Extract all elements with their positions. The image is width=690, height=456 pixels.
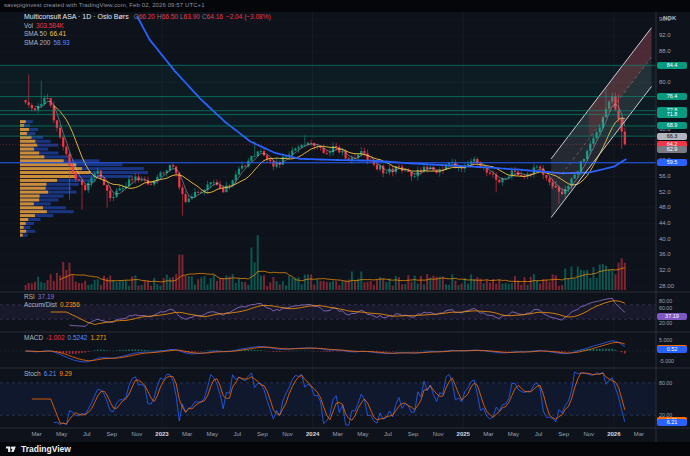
- sma50-label: SMA 50: [24, 30, 47, 37]
- price-tick: 48.0: [659, 204, 671, 210]
- stoch-k-value: 6.21: [44, 370, 57, 377]
- price-badge-62.9: 62.9: [657, 146, 687, 153]
- rsi-tick: 80.00: [659, 298, 672, 304]
- time-tick: Mar: [28, 431, 46, 437]
- footer-bar: TradingView: [0, 442, 690, 456]
- time-tick: 2023: [153, 431, 171, 437]
- price-badge-68.9: 68.9: [657, 122, 687, 129]
- time-tick: Jul: [379, 431, 397, 437]
- price-tick: 52.0: [659, 189, 671, 195]
- price-badge-6.21: 6.21: [657, 419, 687, 426]
- price-tick: 32.0: [659, 267, 671, 273]
- price-tick: 80.0: [659, 79, 671, 85]
- time-tick: 2024: [304, 431, 322, 437]
- low-value: 63.90: [184, 13, 200, 20]
- time-tick: Nov: [279, 431, 297, 437]
- macd-label: MACD: [24, 334, 43, 341]
- tradingview-logo-icon[interactable]: [6, 445, 17, 454]
- price-tick: 28.00: [659, 283, 674, 289]
- symbol-title[interactable]: Multiconsult ASA · 1D · Oslo Børs: [24, 13, 129, 20]
- sma200-legend-row[interactable]: SMA 20058.93: [24, 39, 271, 48]
- price-tick: 36.0: [659, 251, 671, 257]
- price-tick: 44.0: [659, 220, 671, 226]
- watermark: savepiginvest created with TradingView.c…: [4, 2, 205, 8]
- time-tick: Jul: [530, 431, 548, 437]
- time-tick: May: [354, 431, 372, 437]
- price-tick: 96.0: [659, 16, 671, 22]
- rsi-pane-legend[interactable]: RSI37.19 Accum/Dist0.2356: [24, 293, 80, 308]
- price-badge-37.19: 37.19: [657, 313, 687, 320]
- macd-pane-legend[interactable]: MACD-1.0020.52421.271: [24, 334, 107, 342]
- price-badge-84.4: 84.4: [657, 62, 687, 69]
- time-tick: Nov: [429, 431, 447, 437]
- time-tick: Mar: [630, 431, 648, 437]
- symbol-title-row: Multiconsult ASA · 1D · Oslo BørsO66.20H…: [24, 13, 271, 22]
- stoch-tick: 80.00: [659, 380, 672, 386]
- price-badge-66.3: 66.3: [657, 133, 687, 140]
- symbol-legend: Multiconsult ASA · 1D · Oslo BørsO66.20H…: [24, 13, 271, 47]
- sma50-legend-row[interactable]: SMA 5066.41: [24, 30, 271, 39]
- accum-dist-value: 0.2356: [60, 301, 80, 308]
- macd-tick: 5.000: [659, 337, 672, 343]
- price-badge-0.52: 0.52: [657, 346, 687, 353]
- rsi-tick: 60.00: [659, 305, 672, 311]
- time-tick: Mar: [178, 431, 196, 437]
- time-tick: May: [53, 431, 71, 437]
- change-value: −2.04 (−3.08%): [226, 13, 271, 20]
- volume-value: 303.584K: [36, 22, 64, 29]
- price-tick: 88.0: [659, 48, 671, 54]
- open-value: 66.20: [139, 13, 155, 20]
- high-value: 66.50: [162, 13, 178, 20]
- volume-label: Vol: [24, 22, 33, 29]
- time-tick: 2025: [454, 431, 472, 437]
- rsi-tick: 20.00: [659, 320, 672, 326]
- time-tick: 2026: [605, 431, 623, 437]
- time-tick: Jul: [78, 431, 96, 437]
- time-tick: Nov: [580, 431, 598, 437]
- rsi-value: 37.19: [38, 293, 54, 300]
- volume-legend-row[interactable]: Vol303.584K: [24, 22, 271, 31]
- time-tick: May: [203, 431, 221, 437]
- price-badge-76.4: 76.4: [657, 93, 687, 100]
- stoch-pane-legend[interactable]: Stoch6.219.29: [24, 370, 72, 378]
- time-tick: Jul: [228, 431, 246, 437]
- close-value: 64.16: [207, 13, 223, 20]
- macd-line-value: 0.5242: [68, 334, 88, 341]
- time-tick: Sep: [253, 431, 271, 437]
- time-tick: Sep: [555, 431, 573, 437]
- price-tick: 56.0: [659, 173, 671, 179]
- time-tick: Sep: [404, 431, 422, 437]
- stoch-label: Stoch: [24, 370, 41, 377]
- accum-dist-label: Accum/Dist: [24, 301, 57, 308]
- sma200-label: SMA 200: [24, 39, 50, 46]
- time-tick: Sep: [103, 431, 121, 437]
- chart-canvas[interactable]: [0, 0, 690, 456]
- macd-hist-value: -1.002: [46, 334, 64, 341]
- sma50-value: 66.41: [50, 30, 66, 37]
- time-tick: Mar: [329, 431, 347, 437]
- price-tick: 92.0: [659, 32, 671, 38]
- time-tick: Nov: [128, 431, 146, 437]
- price-badge-59.5: 59.5: [657, 159, 687, 166]
- rsi-label: RSI: [24, 293, 35, 300]
- tradingview-snapshot: savepiginvest created with TradingView.c…: [0, 0, 690, 456]
- time-tick: Mar: [479, 431, 497, 437]
- macd-signal-value: 1.271: [90, 334, 106, 341]
- price-badge-71.8: 71.8: [657, 111, 687, 118]
- stoch-d-value: 9.29: [59, 370, 72, 377]
- sma200-value: 58.93: [53, 39, 69, 46]
- price-tick: 40.0: [659, 236, 671, 242]
- brand-name[interactable]: TradingView: [21, 444, 71, 454]
- macd-tick: -5.000: [659, 358, 674, 364]
- time-tick: May: [504, 431, 522, 437]
